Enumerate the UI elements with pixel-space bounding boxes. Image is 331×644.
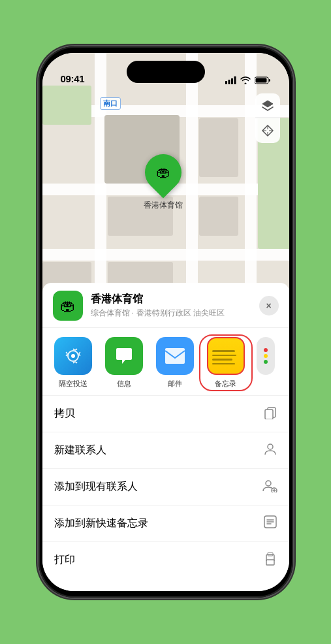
location-icon bbox=[262, 125, 274, 137]
notes-line-2 bbox=[212, 355, 237, 357]
svg-rect-1 bbox=[228, 80, 230, 84]
sheet-header: 🏟 香港体育馆 综合体育馆 · 香港特别行政区 油尖旺区 × bbox=[42, 283, 289, 328]
copy-icon bbox=[263, 405, 277, 423]
airdrop-label: 隔空投送 bbox=[59, 379, 87, 389]
copy-svg bbox=[263, 405, 277, 419]
notes-line-4 bbox=[212, 363, 236, 365]
status-icons bbox=[225, 76, 271, 84]
print-svg bbox=[263, 551, 277, 566]
mail-icon bbox=[156, 337, 194, 375]
signal-icon bbox=[225, 76, 236, 84]
airdrop-icon bbox=[54, 337, 92, 375]
notes-line-3 bbox=[212, 359, 233, 361]
share-item-messages[interactable]: 信息 bbox=[100, 337, 148, 389]
quick-note-icon bbox=[263, 515, 277, 532]
svg-point-12 bbox=[266, 481, 271, 486]
messages-svg bbox=[114, 346, 134, 366]
share-item-notes[interactable]: 备忘录 bbox=[202, 337, 250, 389]
menu-item-print[interactable]: 打印 bbox=[42, 542, 289, 578]
print-icon bbox=[263, 551, 277, 569]
svg-rect-10 bbox=[265, 410, 273, 419]
add-contact-svg bbox=[262, 478, 277, 492]
map-layers-icon bbox=[261, 99, 274, 112]
map-pin: 🏟 香港体育馆 bbox=[144, 154, 183, 211]
menu-item-new-contact[interactable]: 新建联系人 bbox=[42, 432, 289, 469]
map-layers-button[interactable] bbox=[255, 93, 280, 118]
location-button[interactable] bbox=[255, 118, 280, 143]
menu-item-add-existing[interactable]: 添加到现有联系人 bbox=[42, 469, 289, 506]
pin-icon: 🏟 bbox=[156, 164, 170, 181]
close-button[interactable]: × bbox=[259, 296, 279, 315]
map-control-buttons bbox=[255, 93, 280, 143]
print-label: 打印 bbox=[54, 553, 75, 567]
svg-rect-18 bbox=[266, 560, 274, 565]
pin-circle: 🏟 bbox=[137, 146, 189, 198]
wifi-icon bbox=[240, 76, 251, 84]
venue-info: 香港体育馆 综合体育馆 · 香港特别行政区 油尖旺区 bbox=[91, 293, 251, 319]
quick-note-label: 添加到新快速备忘录 bbox=[54, 517, 148, 530]
menu-item-copy[interactable]: 拷贝 bbox=[42, 396, 289, 432]
new-contact-icon bbox=[263, 442, 277, 459]
share-row: 隔空投送 信息 bbox=[42, 328, 289, 395]
svg-rect-0 bbox=[225, 81, 227, 84]
more-icon bbox=[257, 337, 275, 375]
share-item-more[interactable] bbox=[253, 337, 279, 389]
airdrop-svg bbox=[63, 346, 83, 366]
phone-frame: 09:41 bbox=[39, 46, 293, 598]
bottom-sheet: 🏟 香港体育馆 综合体育馆 · 香港特别行政区 油尖旺区 × bbox=[42, 283, 289, 591]
share-item-airdrop[interactable]: 隔空投送 bbox=[49, 337, 97, 389]
notes-line-1 bbox=[212, 350, 236, 352]
svg-point-7 bbox=[71, 354, 75, 358]
copy-label: 拷贝 bbox=[54, 407, 75, 421]
messages-icon bbox=[105, 337, 143, 375]
contact-svg bbox=[263, 442, 277, 456]
notes-icon bbox=[207, 337, 245, 375]
notes-lines bbox=[208, 345, 244, 367]
svg-point-11 bbox=[268, 444, 273, 449]
svg-rect-2 bbox=[231, 78, 233, 84]
venue-subtitle: 综合体育馆 · 香港特别行政区 油尖旺区 bbox=[91, 308, 251, 319]
svg-rect-5 bbox=[255, 78, 266, 83]
mail-label: 邮件 bbox=[168, 379, 182, 389]
add-existing-icon bbox=[262, 478, 277, 496]
notes-label: 备忘录 bbox=[215, 379, 236, 389]
phone-screen: 09:41 bbox=[42, 53, 289, 591]
dynamic-island bbox=[127, 61, 205, 83]
venue-icon: 🏟 bbox=[53, 291, 83, 321]
venue-name: 香港体育馆 bbox=[91, 293, 251, 306]
new-contact-label: 新建联系人 bbox=[54, 443, 106, 457]
map-south-label: 南口 bbox=[100, 97, 121, 110]
menu-item-quick-note[interactable]: 添加到新快速备忘录 bbox=[42, 506, 289, 542]
mail-svg bbox=[164, 347, 186, 365]
quick-note-svg bbox=[263, 515, 277, 529]
messages-label: 信息 bbox=[117, 379, 131, 389]
svg-rect-8 bbox=[165, 348, 185, 364]
status-time: 09:41 bbox=[61, 73, 85, 84]
add-existing-label: 添加到现有联系人 bbox=[54, 480, 138, 494]
share-item-mail[interactable]: 邮件 bbox=[151, 337, 199, 389]
battery-icon bbox=[255, 76, 271, 84]
svg-rect-3 bbox=[234, 76, 236, 84]
pin-label: 香港体育馆 bbox=[144, 200, 183, 211]
